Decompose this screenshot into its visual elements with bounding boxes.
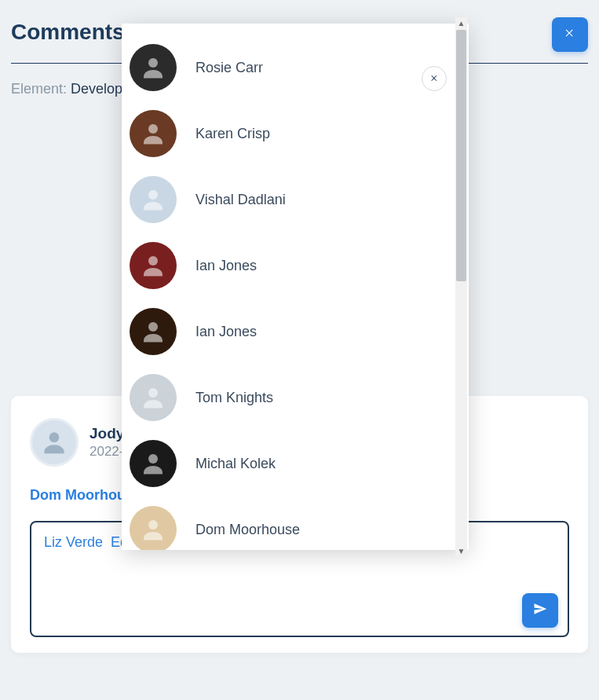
mention-list[interactable]: Rosie CarrKaren CrispVishal DadlaniIan J…: [122, 28, 469, 550]
user-avatar: [130, 44, 177, 91]
user-name-label: Michal Kolek: [195, 456, 276, 472]
svg-point-1: [148, 58, 158, 68]
close-button[interactable]: [552, 17, 588, 52]
svg-point-3: [148, 190, 158, 200]
scroll-up-icon[interactable]: ▲: [455, 17, 467, 28]
comment-avatar: [30, 418, 79, 467]
user-name-label: Dom Moorhouse: [195, 522, 300, 538]
send-button[interactable]: [522, 593, 558, 628]
user-name-label: Karen Crisp: [195, 126, 270, 142]
user-avatar: [130, 242, 177, 289]
user-avatar: [130, 176, 177, 223]
close-icon: [564, 27, 575, 42]
element-label: Element:: [11, 81, 71, 97]
user-avatar: [130, 506, 177, 550]
svg-point-8: [148, 520, 158, 530]
svg-point-0: [49, 432, 60, 442]
svg-point-5: [148, 322, 158, 332]
user-avatar: [130, 440, 177, 487]
send-icon: [533, 602, 547, 620]
mention-option[interactable]: Michal Kolek: [130, 431, 469, 497]
user-avatar: [130, 110, 177, 157]
user-avatar: [130, 374, 177, 421]
scrollbar-thumb[interactable]: [456, 30, 466, 281]
scrollbar-track[interactable]: ▲ ▼: [455, 28, 467, 545]
svg-point-2: [148, 124, 158, 134]
mention-option[interactable]: Rosie Carr: [130, 35, 469, 101]
svg-point-4: [148, 256, 158, 266]
svg-point-7: [148, 454, 158, 464]
close-icon: [430, 71, 439, 86]
user-avatar: [130, 308, 177, 355]
svg-point-6: [148, 388, 158, 398]
mention-popup: Rosie CarrKaren CrispVishal DadlaniIan J…: [122, 24, 469, 550]
mention-option[interactable]: Vishal Dadlani: [130, 167, 469, 233]
mention-option[interactable]: Ian Jones: [130, 233, 469, 299]
comment-mention: Dom Moorhous: [30, 487, 133, 503]
mention-option[interactable]: Tom Knights: [130, 365, 469, 431]
element-value: Develop: [71, 81, 122, 97]
mention-option[interactable]: Dom Moorhouse: [130, 497, 469, 550]
user-name-label: Vishal Dadlani: [195, 192, 286, 208]
mention-option[interactable]: Ian Jones: [130, 299, 469, 365]
mention-option[interactable]: Karen Crisp: [130, 101, 469, 167]
user-name-label: Rosie Carr: [195, 60, 263, 76]
user-name-label: Ian Jones: [195, 324, 257, 340]
user-name-label: Ian Jones: [195, 258, 257, 274]
scroll-down-icon[interactable]: ▼: [455, 545, 467, 556]
composer-mention-chip[interactable]: Liz Verde: [44, 534, 103, 550]
user-name-label: Tom Knights: [195, 390, 273, 406]
popup-close-button[interactable]: [422, 66, 447, 91]
